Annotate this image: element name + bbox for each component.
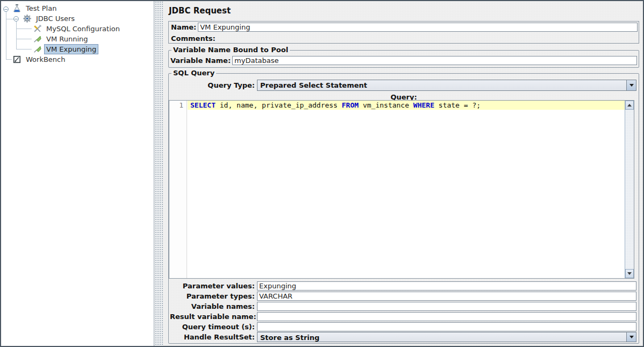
jmeter-window: Test Plan JDBC Users [0,0,644,347]
query-type-selected-value: Prepared Select Statement [257,80,626,90]
collapse-handle-test-plan[interactable] [3,6,9,12]
comments-row: Comments: [169,33,639,44]
comments-label: Comments: [171,34,216,43]
page-title: JDBC Request [169,6,231,16]
tree-node-label: WorkBench [24,54,67,65]
tree-node-jdbc-users[interactable]: JDBC Users [23,13,77,24]
scroll-up-button[interactable] [625,101,634,110]
chevron-down-icon [627,272,632,275]
query-type-dropdown-button[interactable] [626,80,636,90]
variable-name-bound-to-pool-group: Variable Name Bound to Pool Variable Nam… [168,50,639,68]
sql-text: state = ?; [434,101,481,109]
parameter-types-row: Parameter types: [170,291,636,301]
query-type-label: Query Type: [170,81,257,89]
name-label: Name: [171,23,196,31]
parameter-values-label: Parameter values: [170,282,257,290]
tree-node-workbench[interactable]: WorkBench [12,54,67,65]
tree-node-vm-running[interactable]: VM Running [33,34,90,44]
tree-connector-line [6,19,14,19]
variable-name-input[interactable] [232,56,637,65]
query-type-select[interactable]: Prepared Select Statement [257,80,636,91]
query-timeout-row: Query timeout (s): [170,322,636,332]
parameter-values-row: Parameter values: [170,281,636,291]
sql-text: vm_instance [359,101,413,109]
query-timeout-label: Query timeout (s): [170,323,257,331]
sql-keyword: WHERE [413,101,434,109]
sql-query-group: SQL Query Query Type: Prepared Select St… [168,73,639,344]
tree-node-label: VM Running [44,34,90,44]
collapse-handle-jdbc-users[interactable] [13,16,19,22]
handle-resultset-select[interactable]: Store as String [257,332,636,342]
line-number: 1 [169,101,187,110]
tree-node-vm-expunging[interactable]: VM Expunging [33,44,98,54]
sampler-dropper-icon [33,34,42,44]
tree-connector-line [6,10,6,59]
query-type-row: Query Type: Prepared Select Statement [170,80,636,91]
result-variable-name-row: Result variable name: [170,311,636,322]
tree-node-test-plan[interactable]: Test Plan [12,3,59,13]
sql-keyword: SELECT [190,101,216,109]
name-comments-box: Name: Comments: [168,21,639,44]
handle-resultset-row: Handle ResultSet: Store as String [170,332,636,342]
parameter-types-input[interactable] [257,292,636,301]
handle-resultset-selected-value: Store as String [257,332,626,342]
variable-names-input[interactable] [257,302,636,311]
tree-connector-line [16,29,32,29]
thread-group-gear-icon [23,14,32,23]
tree-node-label: JDBC Users [34,13,77,24]
sql-keyword: FROM [342,101,359,109]
split-pane-divider[interactable] [155,1,163,346]
chevron-up-icon [627,104,632,107]
chevron-down-icon [629,84,634,87]
tree-node-label: Test Plan [24,3,59,13]
sampler-dropper-icon [33,45,42,54]
tree-node-mysql-configuration[interactable]: MySQL Configuration [33,24,122,34]
name-row: Name: [169,22,639,33]
variable-name-row: Variable Name: [170,55,637,66]
comments-input[interactable] [217,34,638,43]
parameter-rows: Parameter values: Parameter types: Varia… [170,281,636,342]
pool-group-legend: Variable Name Bound to Pool [171,46,290,54]
config-tools-icon [33,24,42,33]
parameter-values-input[interactable] [257,281,636,291]
scroll-down-button[interactable] [625,269,634,278]
test-plan-tree: Test Plan JDBC Users [1,1,154,346]
result-variable-name-input[interactable] [257,312,636,321]
tree-connector-line [16,39,32,39]
sql-text: id, name, private_ip_address [216,101,342,109]
tree-connector-line [16,49,32,49]
tree-connector-line [16,20,17,49]
tree-node-label: MySQL Configuration [44,24,122,34]
variable-names-row: Variable names: [170,301,636,311]
parameter-types-label: Parameter types: [170,292,257,300]
jdbc-request-panel: JDBC Request Name: Comments: Variable Na… [163,1,643,346]
editor-vertical-scrollbar[interactable] [625,101,634,278]
chevron-down-icon [629,336,634,338]
line-number-gutter: 1 [169,101,187,278]
variable-name-label: Variable Name: [170,56,231,65]
sql-query-editor[interactable]: 1 SELECT id, name, private_ip_address FR… [169,100,634,279]
result-variable-name-label: Result variable name: [170,313,257,321]
query-timeout-input[interactable] [257,322,636,331]
handle-resultset-dropdown-button[interactable] [626,332,636,342]
sql-query-line-1[interactable]: SELECT id, name, private_ip_address FROM… [188,101,625,110]
name-input[interactable] [198,23,638,32]
sql-group-legend: SQL Query [171,69,216,77]
test-plan-flask-icon [12,4,22,13]
tree-connector-line [6,59,12,60]
tree-node-label-selected: VM Expunging [44,44,98,54]
handle-resultset-label: Handle ResultSet: [170,333,257,341]
variable-names-label: Variable names: [170,302,257,310]
workbench-notepad-icon [12,55,22,64]
